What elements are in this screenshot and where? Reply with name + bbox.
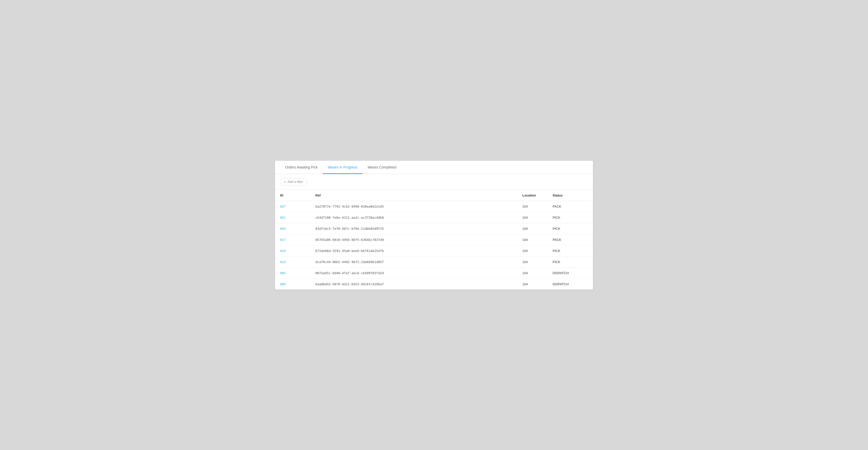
table-row: 90006fee65c-0d40-4fef-aec6-cb499f83fa541… — [275, 267, 593, 279]
table-header-row: ID Ref Location Status — [275, 190, 593, 201]
tab-waves-in-progress[interactable]: Waves In Progress — [323, 161, 363, 174]
cell-location: 104 — [517, 256, 548, 267]
cell-location: 104 — [517, 245, 548, 256]
cell-id[interactable]: 913 — [275, 256, 310, 267]
col-header-location: Location — [517, 190, 548, 201]
cell-location: 104 — [517, 234, 548, 245]
cell-ref: 6aa0bd42-5078-4d11-b553-d916fc429baf — [310, 279, 517, 290]
plus-icon: + — [284, 180, 286, 184]
cell-ref: 03df18c5-7ef0-487c-b70e-21dbb85d9f25 — [310, 223, 517, 234]
cell-location: 104 — [517, 212, 548, 223]
tab-orders-awaiting-pick[interactable]: Orders Awaiting Pick — [280, 161, 323, 174]
cell-location: 104 — [517, 279, 548, 290]
cell-location: 104 — [517, 223, 548, 234]
table-row: 913dcaf0c44-06b2-4492-9bf2-2da66961d85f1… — [275, 256, 593, 267]
table-row: 92003df18c5-7ef0-487c-b70e-21dbb85d9f251… — [275, 223, 593, 234]
table-row: 927ba278f7e-7792-4cb2-8498-028ea0e2e1d51… — [275, 201, 593, 212]
filter-button-label: Add a filter — [287, 180, 303, 184]
cell-id[interactable]: 927 — [275, 201, 310, 212]
col-header-ref: Ref — [310, 190, 517, 201]
main-card: Orders Awaiting Pick Waves In Progress W… — [275, 161, 593, 290]
cell-status: PICK — [548, 223, 593, 234]
cell-id[interactable]: 917 — [275, 234, 310, 245]
cell-ref: 672de06d-5591-45a0-bee9-b6761de25d7b — [310, 245, 517, 256]
tab-bar: Orders Awaiting Pick Waves In Progress W… — [275, 161, 593, 174]
toolbar: + Add a filter — [275, 174, 593, 190]
cell-ref: dcaf0c44-06b2-4492-9bf2-2da66961d85f — [310, 256, 517, 267]
cell-ref: 85765a06-6010-495b-86f5-6364bc7837d9 — [310, 234, 517, 245]
cell-status: DISPATCH — [548, 267, 593, 279]
table-row: 916672de06d-5591-45a0-bee9-b6761de25d7b1… — [275, 245, 593, 256]
table-row: 91785765a06-6010-495b-86f5-6364bc7837d91… — [275, 234, 593, 245]
cell-status: PACK — [548, 234, 593, 245]
cell-status: PACK — [548, 201, 593, 212]
cell-status: PICK — [548, 256, 593, 267]
col-header-status: Status — [548, 190, 593, 201]
cell-location: 104 — [517, 201, 548, 212]
cell-location: 104 — [517, 267, 548, 279]
waves-table: ID Ref Location Status 927ba278f7e-7792-… — [275, 190, 593, 290]
cell-id[interactable]: 899 — [275, 279, 310, 290]
add-filter-button[interactable]: + Add a filter — [280, 178, 307, 186]
cell-ref: ba278f7e-7792-4cb2-8498-028ea0e2e1d5 — [310, 201, 517, 212]
cell-status: DISPATCH — [548, 279, 593, 290]
cell-status: PICK — [548, 212, 593, 223]
table-row: 8996aa0bd42-5078-4d11-b553-d916fc429baf1… — [275, 279, 593, 290]
table-row: 921cb3d7100-7e6e-4211-aa2c-ac3728ac4db81… — [275, 212, 593, 223]
cell-status: PICK — [548, 245, 593, 256]
cell-id[interactable]: 900 — [275, 267, 310, 279]
cell-id[interactable]: 921 — [275, 212, 310, 223]
cell-id[interactable]: 920 — [275, 223, 310, 234]
cell-ref: cb3d7100-7e6e-4211-aa2c-ac3728ac4db8 — [310, 212, 517, 223]
col-header-id: ID — [275, 190, 310, 201]
cell-ref: 06fee65c-0d40-4fef-aec6-cb499f83fa54 — [310, 267, 517, 279]
tab-waves-completed[interactable]: Waves Completed — [363, 161, 401, 174]
cell-id[interactable]: 916 — [275, 245, 310, 256]
